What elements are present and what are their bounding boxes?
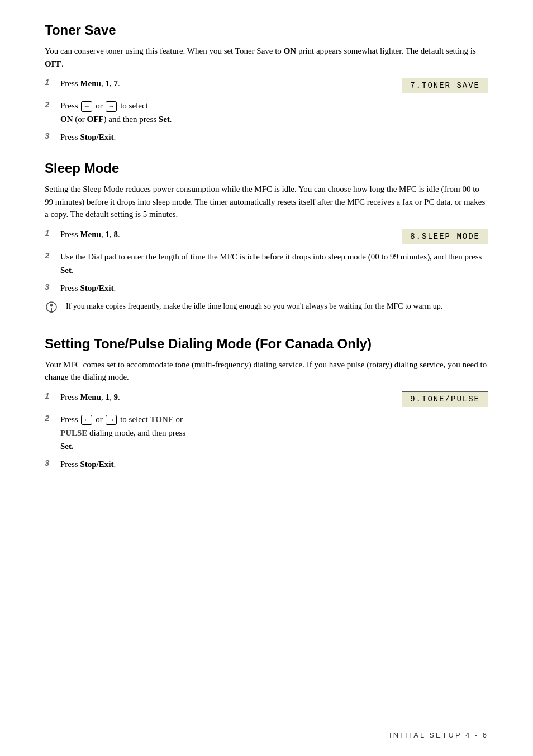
sleep-step-2: 2 Use the Dial pad to enter the length o… [45, 250, 488, 277]
tone-step-2: 2 Press ← or → to select TONE or PULSE d… [45, 413, 488, 453]
set-label: Set [159, 115, 170, 124]
sleep-step-number-3: 3 [45, 281, 60, 291]
toner-save-lcd: 7.TONER SAVE [385, 77, 488, 93]
toner-step-1-row: 1 Press Menu, 1, 7. [45, 77, 374, 90]
toner-step-1-left: 1 Press Menu, 1, 7. [45, 77, 374, 94]
sleep-step-3: 3 Press Stop/Exit. [45, 281, 488, 295]
tone-stop-exit-label: Stop/Exit [80, 460, 113, 469]
step-number-3: 3 [45, 130, 60, 140]
sleep-tip-text: If you make copies frequently, make the … [66, 300, 442, 312]
toner-step-1: 1 Press Menu, 1, 7. 7.TONER SAVE [45, 77, 488, 94]
page-footer: INITIAL SETUP 4 - 6 [389, 731, 488, 739]
sleep-set-label: Set [60, 266, 72, 275]
lcd-display-toner: 7.TONER SAVE [402, 78, 488, 93]
sleep-mode-heading: Sleep Mode [45, 160, 488, 176]
toner-save-section: Toner Save You can conserve toner using … [45, 22, 488, 144]
tone-step-2-content: Press ← or → to select TONE or PULSE dia… [60, 413, 488, 453]
tone-pulse-section: Setting Tone/Pulse Dialing Mode (For Can… [45, 336, 488, 471]
tone-step-3-content: Press Stop/Exit. [60, 457, 488, 471]
tone-set-label: Set. [60, 442, 74, 451]
tone-left-arrow-icon: ← [81, 415, 92, 426]
sleep-mode-section: Sleep Mode Setting the Sleep Mode reduce… [45, 160, 488, 319]
sleep-step-1: 1 Press Menu, 1, 8. 8.SLEEP MODE [45, 228, 488, 245]
tone-step-1-left: 1 Press Menu, 1, 9. [45, 390, 374, 408]
off-option: OFF [87, 115, 104, 124]
menu-label: Menu [80, 79, 101, 88]
step-number-2: 2 [45, 99, 60, 109]
sleep-step-1-content: Press Menu, 1, 8. [60, 228, 374, 241]
tone-step-1-content: Press Menu, 1, 9. [60, 390, 374, 404]
sleep-step-number-2: 2 [45, 250, 60, 260]
tone-pulse-description: Your MFC comes set to accommodate tone (… [45, 358, 488, 384]
on-option: ON [60, 115, 73, 124]
left-arrow-icon: ← [81, 101, 92, 112]
right-arrow-icon: → [106, 101, 117, 112]
tone-step-1-row: 1 Press Menu, 1, 9. [45, 390, 374, 404]
sleep-step-2-content: Use the Dial pad to enter the length of … [60, 250, 488, 277]
step-number-1: 1 [45, 77, 60, 87]
tone-step-3: 3 Press Stop/Exit. [45, 457, 488, 471]
toner-step-2: 2 Press ← or → to select ON (or OFF) and… [45, 99, 488, 126]
sleep-step-number-1: 1 [45, 228, 60, 238]
tone-pulse-heading: Setting Tone/Pulse Dialing Mode (For Can… [45, 336, 488, 352]
toner-step-1-content: Press Menu, 1, 7. [60, 77, 374, 90]
on-label: ON [284, 46, 297, 55]
sleep-stop-exit-label: Stop/Exit [80, 284, 113, 292]
stop-exit-label: Stop/Exit [80, 133, 113, 141]
sleep-tip: If you make copies frequently, make the … [45, 300, 488, 319]
toner-step-3-content: Press Stop/Exit. [60, 130, 488, 144]
toner-step-2-content: Press ← or → to select ON (or OFF) and t… [60, 99, 488, 126]
tone-step-number-3: 3 [45, 457, 60, 467]
lcd-display-tone: 9.TONE/PULSE [402, 391, 488, 407]
sleep-mode-lcd: 8.SLEEP MODE [385, 228, 488, 244]
toner-save-heading: Toner Save [45, 22, 488, 38]
sleep-step-1-row: 1 Press Menu, 1, 8. [45, 228, 374, 241]
tone-step-number-2: 2 [45, 413, 60, 423]
tone-step-number-1: 1 [45, 390, 60, 400]
svg-point-1 [50, 304, 53, 306]
lcd-display-sleep: 8.SLEEP MODE [402, 229, 488, 244]
off-label: OFF [45, 59, 61, 68]
sleep-step-3-content: Press Stop/Exit. [60, 281, 488, 295]
tone-pulse-lcd: 9.TONE/PULSE [385, 390, 488, 407]
sleep-mode-description: Setting the Sleep Mode reduces power con… [45, 183, 488, 221]
sleep-menu-label: Menu [80, 230, 101, 239]
tone-step-1: 1 Press Menu, 1, 9. 9.TONE/PULSE [45, 390, 488, 408]
tip-icon [45, 301, 61, 319]
pulse-option: PULSE [60, 428, 87, 437]
sleep-step-1-left: 1 Press Menu, 1, 8. [45, 228, 374, 245]
tone-right-arrow-icon: → [106, 415, 117, 426]
toner-step-3: 3 Press Stop/Exit. [45, 130, 488, 144]
tone-menu-label: Menu [80, 393, 101, 401]
toner-save-description: You can conserve toner using this featur… [45, 45, 488, 70]
tone-option: TONE [150, 415, 174, 424]
